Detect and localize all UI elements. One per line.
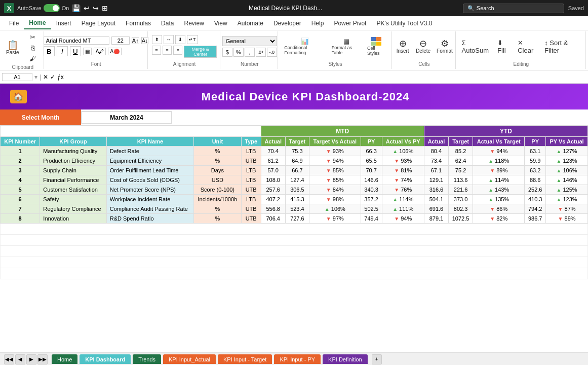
tab-help[interactable]: Help [306, 18, 329, 29]
bold-button[interactable]: B [44, 46, 55, 56]
cell-mtd-actual: 61.2 [261, 156, 285, 166]
grid-icon[interactable]: ⊞ [102, 4, 108, 12]
tab-automate[interactable]: Automate [232, 18, 268, 29]
percent-button[interactable]: % [233, 48, 244, 57]
save-icon[interactable]: 💾 [72, 4, 81, 12]
conditional-formatting-button[interactable]: 📊 Conditional Formatting [282, 36, 328, 56]
align-bottom-button[interactable]: ⬇ [175, 35, 185, 44]
sheet-tab-kpi-definition[interactable]: KPI Definition [323, 354, 368, 364]
autosave-toggle[interactable] [44, 4, 60, 12]
cell-ytd-target: 221.6 [449, 185, 473, 195]
sort-filter-button[interactable]: ↕ Sort & Filter [542, 38, 582, 55]
sheet-tab-kpi-dashboard[interactable]: KPI Dashboard [80, 354, 131, 364]
format-button[interactable]: ⚙ Format [435, 38, 455, 55]
cells-label: Cells [418, 61, 429, 68]
align-top-button[interactable]: ⬆ [152, 35, 162, 44]
insert-button[interactable]: ⊕ Insert [394, 38, 412, 55]
increase-decimal-button[interactable]: .0+ [256, 48, 266, 57]
wrap-text-button[interactable]: ↵T [187, 35, 198, 44]
delete-label: Delete [416, 48, 430, 54]
spreadsheet-container: 🏠 Medical Device KPI Dashboard-2024 Sele… [0, 84, 588, 352]
underline-button[interactable]: U [70, 46, 81, 56]
decrease-font-button[interactable]: A↓ [141, 37, 149, 44]
align-left-button[interactable]: ≡ [152, 46, 161, 55]
tab-view[interactable]: View [209, 18, 232, 29]
decrease-decimal-button[interactable]: -.0 [267, 48, 277, 57]
col-ytd-pva: PY Vs Actual [546, 137, 588, 147]
empty-table-row [1, 224, 588, 235]
cell-reference-input[interactable] [2, 73, 32, 81]
cell-kpi-num: 3 [1, 166, 40, 175]
format-painter-button[interactable]: 🖌 [24, 54, 42, 63]
tab-page-layout[interactable]: Page Layout [76, 18, 121, 29]
cut-button[interactable]: ✂ [24, 32, 42, 42]
editing-inner: Σ AutoSum ⬇ Fill ✕ Clear ↕ Sort & Filter [460, 32, 582, 60]
italic-button[interactable]: I [57, 46, 68, 56]
tab-developer[interactable]: Developer [268, 18, 306, 29]
tab-pk-utility[interactable]: PK's Utility Tool V3.0 [371, 18, 437, 29]
sheet-tab-kpi-input-py[interactable]: KPI Input - PY [274, 354, 321, 364]
paste-button[interactable]: 📋 Paste [4, 40, 22, 56]
dashboard-home-icon[interactable]: 🏠 [10, 90, 27, 103]
tab-data[interactable]: Data [156, 18, 179, 29]
cell-styles-button[interactable]: Cell Styles [365, 36, 388, 57]
insert-function-icon[interactable]: ƒx [57, 74, 64, 81]
sheet-tab-kpi-input-actual[interactable]: KPI Input_Actual [163, 354, 216, 364]
selected-month-value[interactable]: March 2024 [81, 111, 172, 124]
align-center-button[interactable]: ≡ [163, 46, 172, 55]
cancel-formula-icon[interactable]: ✕ [43, 74, 48, 81]
cell-kpi-group: Regulatory Compliance [40, 204, 106, 214]
cell-ytd-avt: ▲ 143% [473, 185, 525, 195]
cell-mtd-actual: 257.6 [261, 185, 285, 195]
cell-ytd-actual: 691.6 [424, 204, 448, 214]
align-right-button[interactable]: ≡ [173, 46, 182, 55]
tab-review[interactable]: Review [179, 18, 209, 29]
comma-button[interactable]: , [245, 48, 255, 57]
copy-button[interactable]: ⎘ [24, 43, 42, 53]
tab-formulas[interactable]: Formulas [121, 18, 156, 29]
undo-icon[interactable]: ↩ [84, 4, 90, 12]
empty-table-row [1, 268, 588, 279]
merge-center-button[interactable]: Merge & Center [184, 46, 217, 58]
align-middle-button[interactable]: ↔ [164, 35, 174, 44]
expand-icon[interactable]: ▾ [34, 74, 37, 81]
search-box[interactable]: 🔍 Search [463, 4, 564, 13]
number-format-select[interactable]: General Number Currency Percentage [222, 36, 277, 46]
cell-mtd-tva: ▼ 97% [309, 214, 361, 224]
confirm-formula-icon[interactable]: ✓ [50, 74, 55, 81]
redo-icon[interactable]: ↪ [93, 4, 99, 12]
nav-last-sheet[interactable]: ▶▶ [37, 354, 48, 364]
border-button[interactable]: ▦ [83, 48, 92, 55]
cell-mtd-actual: 70.4 [261, 147, 285, 156]
tab-file[interactable]: File [4, 18, 24, 29]
fill-button[interactable]: ⬇ Fill [495, 38, 514, 55]
increase-font-button[interactable]: A↑ [132, 37, 139, 44]
font-name-input[interactable] [44, 36, 109, 45]
delete-button[interactable]: ⊖ Delete [414, 38, 433, 55]
format-as-table-button[interactable]: ▦ Format as Table [330, 36, 363, 56]
sheet-tab-kpi-input-target[interactable]: KPI Input - Target [218, 354, 272, 364]
title-bar-right: 🔍 Search Saved [463, 4, 584, 13]
tab-home[interactable]: Home [24, 17, 51, 29]
fill-color-button[interactable]: A🖍 [94, 48, 106, 55]
sheet-tab-trends[interactable]: Trends [133, 354, 161, 364]
add-sheet-button[interactable]: + [372, 354, 382, 364]
nav-prev-sheet[interactable]: ◀ [15, 354, 25, 364]
cell-mtd-tva: ▼ 85% [309, 175, 361, 185]
cell-type: LTB [241, 147, 261, 156]
col-ytd-target: Target [449, 137, 473, 147]
tab-insert[interactable]: Insert [51, 18, 76, 29]
cell-kpi-num: 6 [1, 195, 40, 204]
tab-power-pivot[interactable]: Power Pivot [329, 18, 371, 29]
paste-label: Paste [6, 50, 19, 55]
clear-button[interactable]: ✕ Clear [516, 38, 540, 55]
sheet-tab-home[interactable]: Home [52, 354, 77, 364]
nav-first-sheet[interactable]: ◀◀ [4, 354, 14, 364]
currency-button[interactable]: $ [222, 48, 232, 57]
formula-input[interactable] [66, 74, 586, 81]
font-size-input[interactable] [111, 36, 130, 45]
nav-next-sheet[interactable]: ▶ [26, 354, 36, 364]
font-color-button[interactable]: A🔴 [108, 48, 122, 55]
cut-icon: ✂ [30, 33, 35, 41]
autosum-button[interactable]: Σ AutoSum [460, 38, 494, 55]
